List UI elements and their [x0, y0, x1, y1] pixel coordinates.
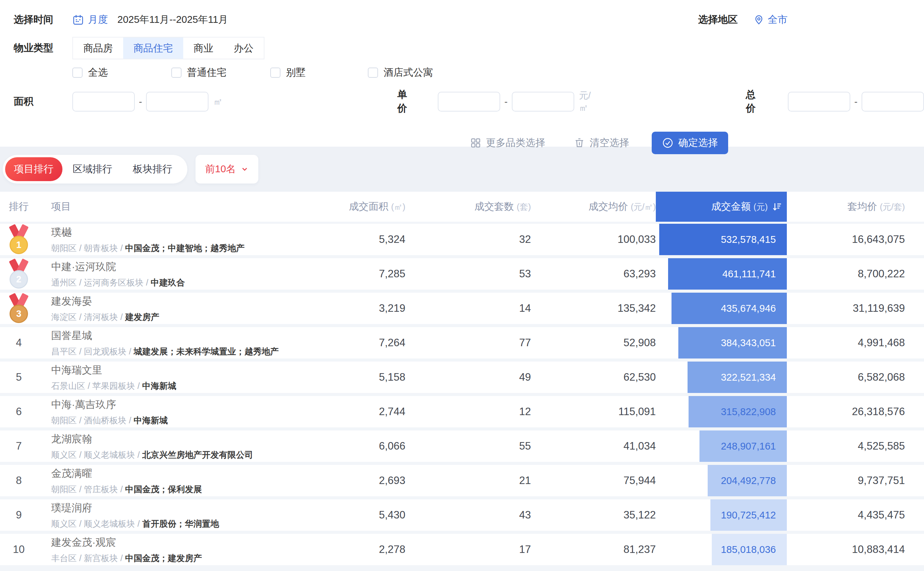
tab-project-ranking[interactable]: 项目排行 — [5, 157, 62, 181]
ranking-tab-band: 项目排行 区域排行 板块排行 前10名 — [0, 147, 924, 192]
checkbox-label: 普通住宅 — [187, 66, 227, 79]
deal-units-value: 77 — [405, 327, 531, 358]
trash-icon — [574, 137, 585, 148]
more-categories-label: 更多品类选择 — [486, 136, 545, 150]
table-row[interactable]: 7龙湖宸翰顺义区 / 顺义老城板块 / 北京兴竺房地产开发有限公司6,06655… — [0, 431, 924, 462]
deal-amount-cell: 322,521,334 — [656, 361, 787, 393]
rank-cell: 8 — [0, 465, 37, 496]
per-unit-price-value: 31,119,639 — [787, 293, 905, 324]
project-cell[interactable]: 金茂满曜朝阳区 / 管庄板块 / 中国金茂；保利发展 — [37, 465, 320, 496]
project-cell[interactable]: 国誉星城昌平区 / 回龙观板块 / 城建发展；未来科学城置业；越秀地产 — [37, 327, 320, 358]
tab-commercial[interactable]: 商业 — [183, 37, 224, 59]
period-mode-link[interactable]: 月度 — [88, 13, 108, 26]
area-max-input[interactable] — [146, 92, 209, 111]
rank-number: 10 — [13, 543, 25, 556]
tab-commodity-residence[interactable]: 商品住宅 — [123, 37, 183, 59]
avg-price-value: 100,033 — [531, 224, 656, 255]
rank-number: 6 — [16, 406, 22, 418]
header-deal-area[interactable]: 成交面积(㎡) — [320, 192, 405, 222]
more-categories-button[interactable]: 更多品类选择 — [470, 136, 545, 150]
project-name[interactable]: 金茂满曜 — [51, 467, 320, 481]
checkbox-box[interactable] — [72, 68, 83, 78]
table-row[interactable]: 3建发海晏海淀区 / 清河板块 / 建发房产3,21914135,342435,… — [0, 293, 924, 324]
avg-price-value: 52,908 — [531, 327, 656, 358]
table-row[interactable]: 5中海瑞文里石景山区 / 苹果园板块 / 中海新城5,1584962,53032… — [0, 361, 924, 393]
unit-price-min-input[interactable] — [438, 92, 500, 111]
checkbox-box[interactable] — [368, 68, 378, 78]
per-unit-price-value: 10,883,414 — [787, 534, 905, 565]
table-row[interactable]: 2中建·运河玖院通州区 / 运河商务区板块 / 中建玖合7,2855363,29… — [0, 258, 924, 290]
total-price-min-input[interactable] — [788, 92, 850, 111]
rank-cell: 7 — [0, 431, 37, 462]
deal-units-value: 12 — [405, 396, 531, 427]
table-row[interactable]: 6中海·萬吉玖序朝阳区 / 酒仙桥板块 / 中海新城2,74412115,091… — [0, 396, 924, 427]
project-name[interactable]: 建发海晏 — [51, 294, 320, 309]
deal-amount-bar: 461,111,741 — [668, 258, 787, 290]
project-cell[interactable]: 中建·运河玖院通州区 / 运河商务区板块 / 中建玖合 — [37, 258, 320, 290]
total-price-max-input[interactable] — [862, 92, 924, 111]
checkbox-select-all[interactable]: 全选 — [72, 66, 108, 79]
deal-amount-cell: 461,111,741 — [656, 258, 787, 290]
table-row[interactable]: 9璞瑅润府顺义区 / 顺义老城板块 / 首开股份；华润置地5,4304335,1… — [0, 499, 924, 531]
table-row[interactable]: 1璞樾朝阳区 / 朝青板块 / 中国金茂；中建智地；越秀地产5,32432100… — [0, 224, 924, 255]
rank-cell: 9 — [0, 499, 37, 531]
deal-amount-cell: 315,822,908 — [656, 396, 787, 427]
avg-price-value: 41,034 — [531, 431, 656, 462]
location-pin-icon[interactable] — [753, 14, 764, 25]
deal-area-value: 7,285 — [320, 258, 405, 290]
deal-amount-cell: 248,907,161 — [656, 431, 787, 462]
checkbox-hotel-apartment[interactable]: 酒店式公寓 — [368, 66, 433, 79]
project-cell[interactable]: 建发金茂·观宸丰台区 / 新宫板块 / 中国金茂；建发房产 — [37, 534, 320, 565]
deal-area-value: 6,066 — [320, 431, 405, 462]
table-row[interactable]: 4国誉星城昌平区 / 回龙观板块 / 城建发展；未来科学城置业；越秀地产7,26… — [0, 327, 924, 358]
header-avg-price[interactable]: 成交均价(元/㎡) — [531, 192, 656, 222]
header-rank: 排行 — [0, 192, 37, 222]
project-cell[interactable]: 建发海晏海淀区 / 清河板块 / 建发房产 — [37, 293, 320, 324]
project-name[interactable]: 璞瑅润府 — [51, 501, 320, 515]
region-value-link[interactable]: 全市 — [768, 13, 788, 26]
clear-selection-label: 清空选择 — [590, 136, 629, 150]
project-name[interactable]: 璞樾 — [51, 225, 320, 239]
silver-medal-icon: 2 — [9, 259, 29, 289]
unit-price-max-input[interactable] — [512, 92, 574, 111]
checkbox-ordinary-residence[interactable]: 普通住宅 — [171, 66, 227, 79]
tab-block-ranking[interactable]: 板块排行 — [122, 162, 182, 176]
deal-amount-cell: 190,725,412 — [656, 499, 787, 531]
project-cell[interactable]: 璞樾朝阳区 / 朝青板块 / 中国金茂；中建智地；越秀地产 — [37, 224, 320, 255]
deal-amount-bar: 204,492,778 — [708, 465, 787, 496]
sort-descending-icon[interactable] — [772, 202, 782, 212]
project-name[interactable]: 中海·萬吉玖序 — [51, 398, 320, 412]
tab-district-ranking[interactable]: 区域排行 — [62, 162, 122, 176]
project-name[interactable]: 中海瑞文里 — [51, 363, 320, 377]
clear-selection-button[interactable]: 清空选择 — [574, 136, 629, 150]
checkbox-box[interactable] — [270, 68, 280, 78]
area-min-input[interactable] — [72, 92, 135, 111]
project-cell[interactable]: 中海·萬吉玖序朝阳区 / 酒仙桥板块 / 中海新城 — [37, 396, 320, 427]
table-row[interactable]: 10建发金茂·观宸丰台区 / 新宫板块 / 中国金茂；建发房产2,2781781… — [0, 534, 924, 565]
tab-office[interactable]: 办公 — [224, 37, 264, 59]
grid-icon — [470, 137, 481, 148]
table-row[interactable]: 8金茂满曜朝阳区 / 管庄板块 / 中国金茂；保利发展2,6932175,944… — [0, 465, 924, 496]
header-deal-units[interactable]: 成交套数(套) — [405, 192, 531, 222]
confirm-selection-button[interactable]: 确定选择 — [652, 132, 728, 154]
project-cell[interactable]: 龙湖宸翰顺义区 / 顺义老城板块 / 北京兴竺房地产开发有限公司 — [37, 431, 320, 462]
checkbox-box[interactable] — [171, 68, 182, 78]
header-deal-amount-sorted[interactable]: 成交金额(元) — [656, 192, 787, 222]
project-name[interactable]: 龙湖宸翰 — [51, 432, 320, 446]
property-type-label: 物业类型 — [14, 41, 72, 55]
deal-amount-cell: 435,674,946 — [656, 293, 787, 324]
tab-commodity-housing[interactable]: 商品房 — [73, 37, 123, 59]
project-name[interactable]: 国誉星城 — [51, 329, 320, 343]
unit-price-unit-label: 元/㎡ — [579, 90, 592, 114]
project-name[interactable]: 中建·运河玖院 — [51, 260, 320, 274]
header-per-unit-price[interactable]: 套均价(元/套) — [787, 192, 905, 222]
calendar-icon[interactable] — [72, 14, 84, 26]
avg-price-value: 35,122 — [531, 499, 656, 531]
date-range-value[interactable]: 2025年11月--2025年11月 — [117, 13, 228, 26]
project-cell[interactable]: 璞瑅润府顺义区 / 顺义老城板块 / 首开股份；华润置地 — [37, 499, 320, 531]
project-cell[interactable]: 中海瑞文里石景山区 / 苹果园板块 / 中海新城 — [37, 361, 320, 393]
project-name[interactable]: 建发金茂·观宸 — [51, 536, 320, 549]
range-dash: - — [504, 96, 507, 107]
checkbox-villa[interactable]: 别墅 — [270, 66, 306, 79]
top-n-dropdown[interactable]: 前10名 — [196, 155, 258, 184]
